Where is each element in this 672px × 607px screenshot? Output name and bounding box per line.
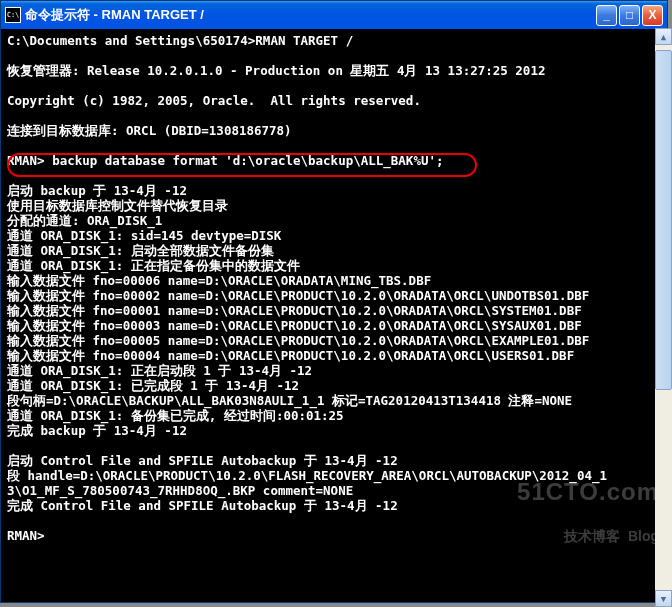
scroll-thumb[interactable] xyxy=(655,50,672,390)
watermark-brand: 51CTO.com xyxy=(517,484,659,499)
window-title: 命令提示符 - RMAN TARGET / xyxy=(25,6,596,24)
scroll-track[interactable] xyxy=(655,45,672,590)
terminal-line: 段句柄=D:\ORACLE\BACKUP\ALL_BAK03N8AULI_1_1… xyxy=(7,393,572,408)
terminal-line: 完成 Control File and SPFILE Autobackup 于 … xyxy=(7,498,398,513)
terminal-line: 通道 ORA_DISK_1: 已完成段 1 于 13-4月 -12 xyxy=(7,378,299,393)
scroll-up-button[interactable]: ▲ xyxy=(655,28,672,45)
terminal-line: 恢复管理器: Release 10.2.0.1.0 - Production o… xyxy=(7,63,545,78)
watermark: 51CTO.com 技术博客 Blog xyxy=(517,454,659,574)
vertical-scrollbar[interactable]: ▲ ▼ xyxy=(655,28,672,607)
rman-prompt: RMAN> xyxy=(7,528,45,543)
terminal-line: 输入数据文件 fno=00004 name=D:\ORACLE\PRODUCT\… xyxy=(7,348,574,363)
terminal-line: 输入数据文件 fno=00001 name=D:\ORACLE\PRODUCT\… xyxy=(7,303,582,318)
terminal-line: 3\O1_MF_S_780500743_7RHHD8OQ_.BKP commen… xyxy=(7,483,353,498)
terminal-line: 输入数据文件 fno=00002 name=D:\ORACLE\PRODUCT\… xyxy=(7,288,589,303)
terminal-line: 输入数据文件 fno=00006 name=D:\ORACLE\ORADATA\… xyxy=(7,273,431,288)
close-button[interactable]: X xyxy=(642,5,663,26)
terminal-line: 输入数据文件 fno=00003 name=D:\ORACLE\PRODUCT\… xyxy=(7,318,582,333)
maximize-button[interactable]: □ xyxy=(619,5,640,26)
window-controls: _ □ X xyxy=(596,5,663,26)
terminal-line: 使用目标数据库控制文件替代恢复目录 xyxy=(7,198,228,213)
terminal-line: C:\Documents and Settings\650174>RMAN TA… xyxy=(7,33,353,48)
terminal-line: 通道 ORA_DISK_1: sid=145 devtype=DISK xyxy=(7,228,281,243)
terminal-line: 输入数据文件 fno=00005 name=D:\ORACLE\PRODUCT\… xyxy=(7,333,589,348)
terminal-line: 通道 ORA_DISK_1: 备份集已完成, 经过时间:00:01:25 xyxy=(7,408,344,423)
terminal-line: Copyright (c) 1982, 2005, Oracle. All ri… xyxy=(7,93,421,108)
rman-command-line: RMAN> backup database format 'd:\oracle\… xyxy=(7,153,444,168)
terminal-line: 连接到目标数据库: ORCL (DBID=1308186778) xyxy=(7,123,292,138)
terminal-line: 启动 backup 于 13-4月 -12 xyxy=(7,183,187,198)
terminal-line: 分配的通道: ORA_DISK_1 xyxy=(7,213,162,228)
terminal-line: 通道 ORA_DISK_1: 正在启动段 1 于 13-4月 -12 xyxy=(7,363,312,378)
minimize-button[interactable]: _ xyxy=(596,5,617,26)
terminal-line: 通道 ORA_DISK_1: 正在指定备份集中的数据文件 xyxy=(7,258,300,273)
terminal-line: 通道 ORA_DISK_1: 启动全部数据文件备份集 xyxy=(7,243,274,258)
watermark-subtitle: 技术博客 Blog xyxy=(517,529,659,544)
terminal-output[interactable]: C:\Documents and Settings\650174>RMAN TA… xyxy=(1,29,667,602)
terminal-line: 完成 backup 于 13-4月 -12 xyxy=(7,423,187,438)
scroll-down-button[interactable]: ▼ xyxy=(655,590,672,607)
titlebar[interactable]: C:\ 命令提示符 - RMAN TARGET / _ □ X xyxy=(1,1,667,29)
app-icon: C:\ xyxy=(5,7,21,23)
terminal-window: C:\ 命令提示符 - RMAN TARGET / _ □ X C:\Docum… xyxy=(0,0,668,603)
terminal-line: 启动 Control File and SPFILE Autobackup 于 … xyxy=(7,453,398,468)
